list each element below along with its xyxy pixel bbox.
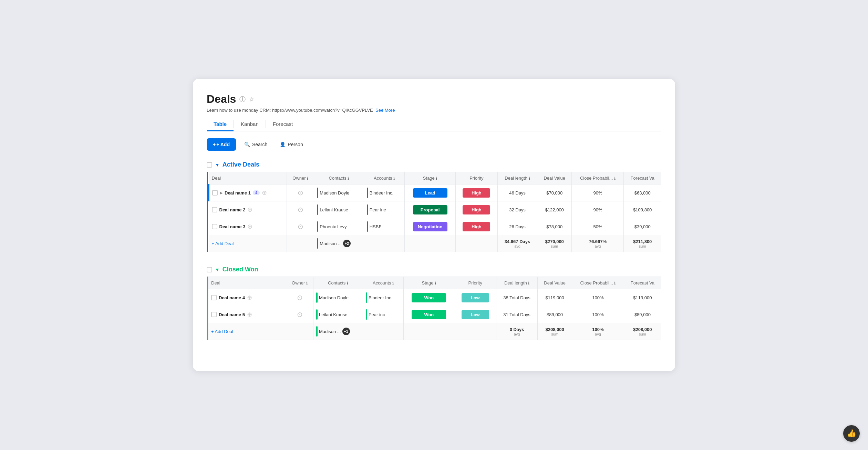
- row-checkbox[interactable]: [212, 207, 217, 212]
- tabs-bar: Table Kanban Forecast: [207, 118, 661, 131]
- owner-cell: ⊙: [286, 306, 313, 323]
- deal-cell: ▶ Deal name 1 4 ⊕: [209, 184, 287, 201]
- accounts-cell[interactable]: Bindeer Inc.: [363, 289, 404, 306]
- summary-deal-value-val: $208,000: [540, 327, 569, 332]
- summary-deal-value-lbl: sum: [540, 244, 569, 248]
- th-owner: Owner ℹ: [286, 277, 313, 289]
- row-checkbox[interactable]: [211, 295, 217, 300]
- owner-avatar-icon: ⊙: [298, 189, 303, 197]
- deal-cell: Deal name 2 ⊕: [209, 201, 287, 218]
- accounts-cell[interactable]: HSBF: [364, 218, 405, 235]
- stage-cell[interactable]: Proposal: [405, 201, 455, 218]
- owner-avatar-icon: ⊙: [297, 294, 303, 301]
- closed-won-header: ▼ Closed Won: [207, 266, 661, 273]
- search-icon: 🔍: [244, 142, 250, 147]
- summary-accounts-cell: [364, 235, 405, 252]
- th-accounts: Accounts ℹ: [363, 277, 404, 289]
- active-section-checkbox[interactable]: [207, 162, 212, 168]
- priority-badge: High: [463, 205, 490, 214]
- row-checkbox[interactable]: [212, 190, 218, 196]
- th-forecast-val: Forecast Va: [624, 172, 661, 184]
- add-contact-icon[interactable]: ⊕: [247, 294, 252, 301]
- person-icon: 👤: [280, 142, 286, 147]
- see-more-link[interactable]: See More: [375, 108, 395, 113]
- tab-forecast[interactable]: Forecast: [266, 118, 300, 131]
- owner-avatar-icon: ⊙: [298, 206, 303, 213]
- summary-contacts-badge: +1: [342, 328, 350, 335]
- priority-cell[interactable]: High: [455, 201, 497, 218]
- add-deal-cell[interactable]: + Add Deal: [209, 235, 287, 252]
- th-close-prob: Close Probabil... ℹ: [572, 277, 624, 289]
- subtitle: Learn how to use monday CRM: https://www…: [207, 108, 661, 113]
- stage-cell[interactable]: Won: [404, 306, 454, 323]
- close-prob-cell: 90%: [572, 201, 624, 218]
- summary-deal-length-cell: 34.667 Days avg: [497, 235, 537, 252]
- tab-kanban[interactable]: Kanban: [234, 118, 266, 131]
- th-accounts: Accounts ℹ: [364, 172, 405, 184]
- summary-close-prob-val: 100%: [575, 327, 621, 332]
- add-deal-cell[interactable]: + Add Deal: [208, 323, 286, 340]
- th-stage: Stage ℹ: [405, 172, 455, 184]
- search-button[interactable]: 🔍 Search: [240, 139, 271, 150]
- row-checkbox[interactable]: [211, 312, 217, 317]
- stage-badge: Won: [412, 310, 446, 319]
- accounts-cell[interactable]: Pear inc: [363, 306, 404, 323]
- stage-badge: Proposal: [413, 205, 447, 214]
- account-name: Bindeer Inc.: [370, 190, 393, 196]
- summary-deal-value-lbl: sum: [540, 332, 569, 336]
- priority-cell[interactable]: High: [455, 218, 497, 235]
- deal-name: Deal name 2: [219, 207, 246, 212]
- toolbar: + + Add 🔍 Search 👤 Person: [207, 138, 661, 151]
- star-icon-btn[interactable]: ☆: [249, 96, 255, 103]
- priority-cell[interactable]: High: [455, 184, 497, 201]
- priority-cell[interactable]: Low: [454, 306, 496, 323]
- stage-cell[interactable]: Won: [404, 289, 454, 306]
- forecast-val-cell: $119,000: [624, 289, 661, 306]
- active-chevron-icon[interactable]: ▼: [215, 162, 220, 168]
- add-contact-icon[interactable]: ⊕: [247, 223, 252, 230]
- owner-cell: ⊙: [286, 289, 313, 306]
- account-bar: [367, 188, 368, 198]
- add-contact-icon[interactable]: ⊕: [247, 206, 252, 213]
- summary-contacts-cell: Madison ... +1: [313, 323, 363, 340]
- account-bar: [367, 204, 368, 215]
- tab-table[interactable]: Table: [207, 118, 234, 131]
- priority-cell[interactable]: Low: [454, 289, 496, 306]
- add-deal-button[interactable]: + Add Deal: [211, 329, 233, 334]
- contacts-cell[interactable]: Madison Doyle: [314, 184, 364, 201]
- closed-won-header-row: Deal Owner ℹ Contacts ℹ Accounts ℹ Stage…: [208, 277, 661, 289]
- add-contact-icon[interactable]: ⊕: [262, 189, 267, 197]
- contacts-cell[interactable]: Leilani Krause: [314, 201, 364, 218]
- closed-chevron-icon[interactable]: ▼: [215, 267, 220, 272]
- info-icon-btn[interactable]: ⓘ: [239, 95, 246, 103]
- deal-value-cell: $70,000: [537, 184, 572, 201]
- contact-name: Leilani Krause: [319, 312, 347, 317]
- row-expand-icon[interactable]: ▶: [220, 191, 223, 195]
- add-button[interactable]: + + Add: [207, 138, 236, 151]
- deal-cell: Deal name 3 ⊕: [209, 218, 287, 235]
- contact-bar: [317, 188, 318, 198]
- contacts-cell[interactable]: Leilani Krause: [313, 306, 363, 323]
- feedback-button[interactable]: 👍: [843, 425, 860, 442]
- person-filter-button[interactable]: 👤 Person: [276, 139, 307, 150]
- active-deals-table-wrapper: Deal Owner ℹ Contacts ℹ Accounts ℹ Stage…: [207, 172, 661, 252]
- contacts-cell[interactable]: Phoenix Levy: [314, 218, 364, 235]
- contacts-cell[interactable]: Madison Doyle: [313, 289, 363, 306]
- stage-cell[interactable]: Negotiation: [405, 218, 455, 235]
- accounts-cell[interactable]: Bindeer Inc.: [364, 184, 405, 201]
- add-contact-icon[interactable]: ⊕: [247, 311, 252, 318]
- deal-value-cell: $122,000: [537, 201, 572, 218]
- summary-close-prob-val: 76.667%: [575, 239, 621, 244]
- add-deal-button[interactable]: + Add Deal: [212, 241, 234, 246]
- summary-forecast-val: $211,800: [627, 239, 658, 244]
- closed-section-checkbox[interactable]: [207, 267, 212, 272]
- summary-deal-length-lbl: avg: [500, 244, 534, 248]
- row-checkbox[interactable]: [212, 224, 217, 229]
- summary-deal-length-val: 34.667 Days: [500, 239, 534, 244]
- summary-forecast-lbl: sum: [627, 332, 658, 336]
- account-bar: [367, 221, 368, 232]
- contact-bar: [317, 221, 318, 232]
- accounts-cell[interactable]: Pear inc: [364, 201, 405, 218]
- stage-cell[interactable]: Lead: [405, 184, 455, 201]
- account-name: Pear inc: [369, 312, 385, 317]
